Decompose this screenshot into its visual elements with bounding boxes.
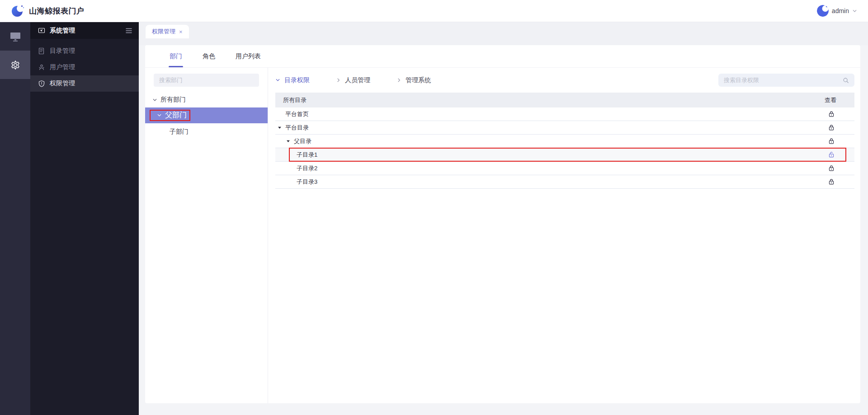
tab-role[interactable]: 角色 <box>203 45 215 68</box>
monitor-icon <box>9 31 21 42</box>
chevron-right-icon <box>336 78 341 83</box>
tab-label: 角色 <box>203 52 215 61</box>
close-icon[interactable]: × <box>179 29 183 35</box>
inner-tabs: 部门 角色 用户列表 <box>145 45 860 68</box>
chevron-right-icon <box>396 78 401 83</box>
department-search[interactable] <box>154 74 259 87</box>
tab-label: 部门 <box>170 52 182 61</box>
sidebar: 系统管理 目录管理 用户管理 <box>30 22 139 415</box>
tree-item-label: 子部门 <box>170 128 189 136</box>
section-label: 管理系统 <box>406 76 431 84</box>
user-name: admin <box>832 7 849 14</box>
row-label: 子目录2 <box>275 164 317 173</box>
row-label: 平台首页 <box>275 110 309 118</box>
app-logo-icon <box>11 4 24 18</box>
table-row-platform-directory[interactable]: 平台目录 <box>275 121 854 135</box>
table-row-child-directory-1[interactable]: 子目录1 <box>275 148 854 162</box>
unlock-icon[interactable] <box>828 151 854 158</box>
user-menu[interactable]: admin <box>817 5 857 17</box>
section-label: 目录权限 <box>284 76 310 84</box>
row-label: 子目录3 <box>275 178 317 186</box>
lock-icon[interactable] <box>828 111 854 117</box>
caret-down-icon[interactable] <box>278 126 282 130</box>
tab-label: 权限管理 <box>152 28 175 36</box>
department-panel: 所有部门 父部门 子部门 <box>145 68 268 403</box>
document-icon <box>38 47 45 55</box>
permission-panel: 目录权限 人员管理 管理系统 <box>268 68 860 403</box>
permission-search-input[interactable] <box>724 77 843 84</box>
shield-icon <box>38 80 45 87</box>
icon-rail <box>0 22 30 415</box>
tab-permission-mgmt[interactable]: 权限管理 × <box>146 25 189 38</box>
hamburger-icon[interactable] <box>125 28 132 34</box>
tree-item-label: 所有部门 <box>160 96 186 104</box>
directory-table: 所有目录 查看 平台首页 平台目录 <box>275 93 854 189</box>
page-tabstrip: 权限管理 × <box>139 22 868 45</box>
section-label: 人员管理 <box>345 76 370 84</box>
sidebar-item-directory-mgmt[interactable]: 目录管理 <box>30 43 139 59</box>
section-admin-system[interactable]: 管理系统 <box>396 76 431 84</box>
lock-icon[interactable] <box>828 138 854 145</box>
table-row-child-directory-2[interactable]: 子目录2 <box>275 162 854 175</box>
sidebar-title: 系统管理 <box>50 27 121 35</box>
sidebar-item-label: 权限管理 <box>50 79 75 88</box>
sidebar-item-label: 目录管理 <box>50 47 75 55</box>
main-card: 部门 角色 用户列表 所有部门 父部门 <box>145 45 860 403</box>
department-search-input[interactable] <box>159 77 254 84</box>
sidebar-item-user-mgmt[interactable]: 用户管理 <box>30 59 139 75</box>
rail-item-screens[interactable] <box>0 22 30 51</box>
chevron-down-icon <box>852 9 857 14</box>
tab-user-list[interactable]: 用户列表 <box>236 45 261 68</box>
row-label: 子目录1 <box>275 151 317 159</box>
permission-sections: 目录权限 人员管理 管理系统 <box>275 76 431 84</box>
tab-label: 用户列表 <box>236 52 261 61</box>
permission-search[interactable] <box>718 74 854 87</box>
lock-icon[interactable] <box>828 178 854 185</box>
table-header: 所有目录 查看 <box>275 93 854 107</box>
caret-down-icon[interactable] <box>286 139 290 143</box>
column-view: 查看 <box>825 96 854 104</box>
section-personnel-mgmt[interactable]: 人员管理 <box>336 76 370 84</box>
tree-item-parent-department[interactable]: 父部门 <box>145 107 268 123</box>
search-icon <box>843 77 849 84</box>
lock-icon[interactable] <box>828 165 854 172</box>
chevron-down-icon <box>157 113 162 118</box>
chevron-down-icon <box>152 98 157 103</box>
gear-icon <box>10 60 21 70</box>
sidebar-header[interactable]: 系统管理 <box>30 22 139 39</box>
tree-item-all-departments[interactable]: 所有部门 <box>145 94 268 105</box>
tree-item-child-department[interactable]: 子部门 <box>145 126 268 137</box>
rail-item-settings[interactable] <box>0 51 30 79</box>
table-row-parent-directory[interactable]: 父目录 <box>275 135 854 148</box>
section-directory-permission[interactable]: 目录权限 <box>275 76 310 84</box>
column-all-directories: 所有目录 <box>275 96 825 104</box>
row-label: 平台目录 <box>285 124 309 132</box>
sidebar-item-permission-mgmt[interactable]: 权限管理 <box>30 75 139 92</box>
system-window-icon <box>38 27 45 34</box>
app-header: 山海鲸报表门户 admin <box>0 0 868 22</box>
row-label: 父目录 <box>294 137 311 145</box>
table-row-platform-home[interactable]: 平台首页 <box>275 107 854 121</box>
chevron-down-icon <box>275 78 280 83</box>
lock-icon[interactable] <box>828 124 854 131</box>
sidebar-item-label: 用户管理 <box>50 63 75 71</box>
app-title: 山海鲸报表门户 <box>29 6 85 16</box>
users-icon <box>38 64 45 71</box>
tab-department[interactable]: 部门 <box>170 45 182 68</box>
user-avatar[interactable] <box>817 5 829 17</box>
tree-item-label: 父部门 <box>165 111 187 120</box>
table-row-child-directory-3[interactable]: 子目录3 <box>275 175 854 189</box>
